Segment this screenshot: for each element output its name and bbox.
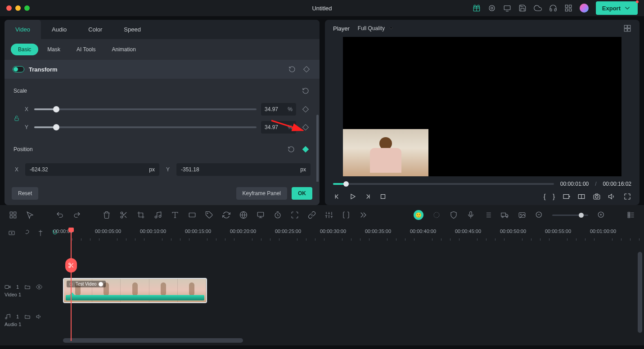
subtab-basic[interactable]: Basic bbox=[11, 44, 38, 55]
playhead[interactable] bbox=[71, 228, 72, 341]
scale-y-value[interactable]: 34.97% bbox=[261, 121, 296, 134]
mic-icon[interactable] bbox=[467, 211, 475, 219]
close-window[interactable] bbox=[6, 5, 12, 11]
headphones-icon[interactable] bbox=[549, 4, 557, 12]
maximize-window[interactable] bbox=[24, 5, 30, 11]
tab-audio[interactable]: Audio bbox=[41, 20, 77, 39]
lock-icon[interactable] bbox=[14, 115, 20, 121]
display-icon[interactable] bbox=[503, 4, 511, 12]
mark-out-icon[interactable]: } bbox=[553, 193, 555, 200]
time-ruler[interactable]: 00:00:0000:00:05:0000:00:10:0000:00:15:0… bbox=[63, 228, 635, 242]
quality-dropdown[interactable]: Full Quality bbox=[358, 25, 394, 31]
list-icon[interactable] bbox=[484, 211, 492, 219]
truck-icon[interactable] bbox=[501, 211, 509, 219]
crop-icon[interactable] bbox=[137, 211, 145, 219]
record-icon[interactable] bbox=[488, 4, 496, 12]
undo-icon[interactable] bbox=[56, 211, 64, 219]
position-reset-icon[interactable] bbox=[286, 144, 296, 154]
export-button[interactable]: Export bbox=[596, 1, 638, 15]
text-icon[interactable] bbox=[171, 211, 179, 219]
link-clips-icon[interactable] bbox=[23, 229, 30, 237]
globe-icon[interactable] bbox=[239, 211, 248, 219]
prev-frame-icon[interactable] bbox=[333, 192, 341, 201]
folder-icon[interactable] bbox=[24, 284, 31, 290]
image-icon[interactable] bbox=[518, 211, 526, 219]
zoom-slider[interactable] bbox=[552, 215, 588, 216]
pointer-tool-icon[interactable] bbox=[26, 211, 34, 219]
zoom-out-icon[interactable] bbox=[535, 211, 543, 219]
grid-tool-icon[interactable] bbox=[9, 211, 17, 219]
preview-canvas[interactable] bbox=[343, 37, 621, 176]
ratio-icon[interactable] bbox=[562, 192, 570, 201]
adjust-icon[interactable] bbox=[325, 211, 333, 219]
minimize-window[interactable] bbox=[15, 5, 21, 11]
next-frame-icon[interactable] bbox=[364, 192, 372, 201]
tab-color[interactable]: Color bbox=[77, 20, 113, 39]
cut-icon[interactable] bbox=[120, 211, 128, 219]
scale-x-keyframe[interactable] bbox=[301, 104, 311, 114]
position-keyframe-icon[interactable] bbox=[301, 144, 311, 154]
preview-clip-image bbox=[343, 129, 428, 176]
scissor-playhead-icon[interactable] bbox=[65, 258, 77, 273]
more-icon[interactable] bbox=[359, 211, 367, 219]
add-track-icon[interactable] bbox=[8, 229, 15, 237]
audio-track-label: Audio 1 bbox=[5, 322, 59, 327]
timeline-v-scrollbar[interactable] bbox=[638, 252, 642, 333]
stop-icon[interactable] bbox=[379, 192, 387, 201]
scale-x-slider[interactable] bbox=[34, 108, 257, 110]
properties-scrollbar[interactable] bbox=[316, 115, 319, 182]
fullscreen-icon[interactable] bbox=[623, 192, 631, 201]
redo-icon[interactable] bbox=[73, 211, 81, 219]
tag-icon[interactable] bbox=[205, 211, 213, 219]
scale-x-value[interactable]: 34.97% bbox=[261, 103, 296, 116]
position-y-input[interactable]: -351.18px bbox=[176, 163, 311, 176]
volume-icon[interactable] bbox=[608, 192, 616, 201]
subtab-aitools[interactable]: AI Tools bbox=[69, 44, 103, 55]
tab-speed[interactable]: Speed bbox=[113, 20, 152, 39]
marker-icon[interactable] bbox=[37, 229, 44, 237]
transform-keyframe-icon[interactable] bbox=[302, 64, 311, 74]
aspect-icon[interactable] bbox=[188, 211, 196, 219]
scale-y-slider[interactable] bbox=[34, 126, 257, 128]
audio-folder-icon[interactable] bbox=[24, 313, 31, 320]
transform-reset-icon[interactable] bbox=[287, 64, 297, 74]
subtab-mask[interactable]: Mask bbox=[40, 44, 68, 55]
shield-icon[interactable] bbox=[450, 211, 458, 219]
view-options-icon[interactable] bbox=[627, 211, 635, 219]
seek-bar[interactable] bbox=[333, 183, 554, 185]
mark-in-icon[interactable]: { bbox=[544, 193, 546, 200]
ai-assistant-icon[interactable]: 🙂 bbox=[414, 210, 423, 220]
visibility-icon[interactable] bbox=[36, 284, 42, 290]
transform-toggle[interactable] bbox=[13, 66, 24, 72]
ok-button[interactable]: OK bbox=[292, 187, 312, 200]
play-icon[interactable] bbox=[348, 192, 356, 201]
layout-grid-icon[interactable] bbox=[623, 24, 631, 32]
user-avatar[interactable] bbox=[580, 4, 589, 13]
sparkle-icon[interactable] bbox=[432, 211, 441, 219]
scale-y-keyframe[interactable] bbox=[301, 122, 311, 132]
delete-icon[interactable] bbox=[103, 211, 111, 219]
tab-video[interactable]: Video bbox=[5, 20, 41, 39]
apps-icon[interactable] bbox=[564, 4, 572, 12]
video-clip[interactable]: Test Video bbox=[63, 278, 207, 303]
subtab-animation[interactable]: Animation bbox=[104, 44, 143, 55]
timeline-h-scrollbar[interactable] bbox=[63, 338, 243, 343]
reset-button[interactable]: Reset bbox=[12, 187, 38, 200]
position-x-input[interactable]: -624.32px bbox=[25, 163, 159, 176]
brackets-icon[interactable] bbox=[342, 211, 350, 219]
compare-icon[interactable] bbox=[577, 192, 585, 201]
music-note-icon[interactable] bbox=[154, 211, 162, 219]
snapshot-icon[interactable] bbox=[593, 192, 601, 201]
timer-icon[interactable] bbox=[274, 211, 282, 219]
gift-icon[interactable] bbox=[473, 4, 481, 12]
keyframe-panel-button[interactable]: Keyframe Panel bbox=[236, 187, 287, 200]
link-icon[interactable] bbox=[308, 211, 316, 219]
audio-mute-icon[interactable] bbox=[36, 313, 42, 320]
zoom-in-icon[interactable] bbox=[597, 211, 605, 219]
screen-icon[interactable] bbox=[257, 211, 265, 219]
expand-icon[interactable] bbox=[291, 211, 299, 219]
cloud-icon[interactable] bbox=[534, 4, 542, 12]
save-icon[interactable] bbox=[518, 4, 527, 12]
refresh-icon[interactable] bbox=[222, 211, 230, 219]
scale-reset-icon[interactable] bbox=[301, 86, 311, 96]
